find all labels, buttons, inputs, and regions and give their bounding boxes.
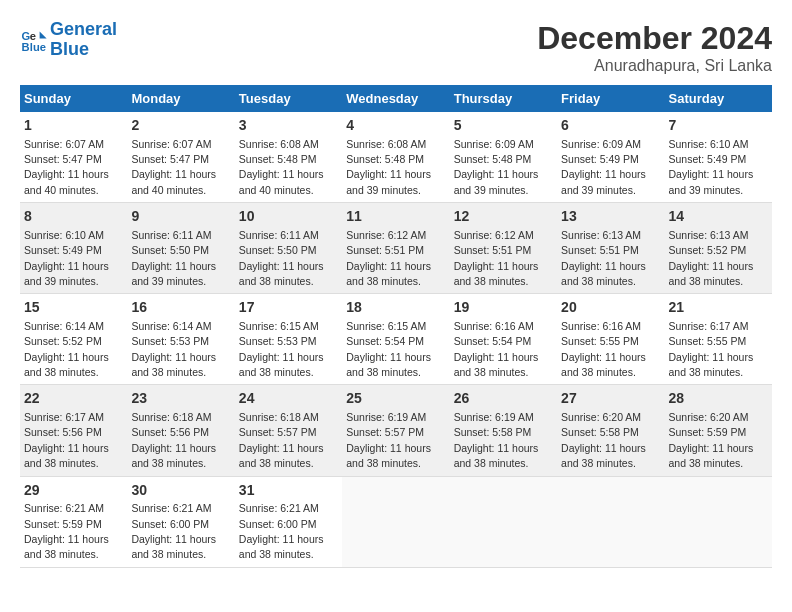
day-info: Sunrise: 6:20 AMSunset: 5:59 PMDaylight:…	[669, 411, 754, 469]
day-number: 20	[561, 298, 660, 318]
location-title: Anuradhapura, Sri Lanka	[537, 57, 772, 75]
calendar-week-row: 15 Sunrise: 6:14 AMSunset: 5:52 PMDaylig…	[20, 294, 772, 385]
calendar-week-row: 1 Sunrise: 6:07 AMSunset: 5:47 PMDayligh…	[20, 112, 772, 203]
calendar-header-row: Sunday Monday Tuesday Wednesday Thursday…	[20, 85, 772, 112]
day-number: 25	[346, 389, 445, 409]
day-number: 30	[131, 481, 230, 501]
calendar-day-cell: 20 Sunrise: 6:16 AMSunset: 5:55 PMDaylig…	[557, 294, 664, 385]
day-number: 22	[24, 389, 123, 409]
calendar-day-cell: 17 Sunrise: 6:15 AMSunset: 5:53 PMDaylig…	[235, 294, 342, 385]
calendar-day-cell: 23 Sunrise: 6:18 AMSunset: 5:56 PMDaylig…	[127, 385, 234, 476]
day-number: 12	[454, 207, 553, 227]
day-info: Sunrise: 6:20 AMSunset: 5:58 PMDaylight:…	[561, 411, 646, 469]
calendar-day-cell: 14 Sunrise: 6:13 AMSunset: 5:52 PMDaylig…	[665, 203, 772, 294]
svg-text:e: e	[30, 30, 36, 42]
day-info: Sunrise: 6:21 AMSunset: 5:59 PMDaylight:…	[24, 502, 109, 560]
day-number: 24	[239, 389, 338, 409]
empty-cell	[450, 476, 557, 567]
calendar-day-cell: 19 Sunrise: 6:16 AMSunset: 5:54 PMDaylig…	[450, 294, 557, 385]
calendar-day-cell: 9 Sunrise: 6:11 AMSunset: 5:50 PMDayligh…	[127, 203, 234, 294]
calendar-day-cell: 10 Sunrise: 6:11 AMSunset: 5:50 PMDaylig…	[235, 203, 342, 294]
calendar-day-cell: 24 Sunrise: 6:18 AMSunset: 5:57 PMDaylig…	[235, 385, 342, 476]
day-info: Sunrise: 6:18 AMSunset: 5:57 PMDaylight:…	[239, 411, 324, 469]
day-number: 28	[669, 389, 768, 409]
day-info: Sunrise: 6:21 AMSunset: 6:00 PMDaylight:…	[239, 502, 324, 560]
day-info: Sunrise: 6:19 AMSunset: 5:58 PMDaylight:…	[454, 411, 539, 469]
calendar-week-row: 29 Sunrise: 6:21 AMSunset: 5:59 PMDaylig…	[20, 476, 772, 567]
day-number: 8	[24, 207, 123, 227]
day-info: Sunrise: 6:09 AMSunset: 5:48 PMDaylight:…	[454, 138, 539, 196]
header-friday: Friday	[557, 85, 664, 112]
day-number: 13	[561, 207, 660, 227]
day-number: 3	[239, 116, 338, 136]
day-number: 6	[561, 116, 660, 136]
day-info: Sunrise: 6:21 AMSunset: 6:00 PMDaylight:…	[131, 502, 216, 560]
day-info: Sunrise: 6:07 AMSunset: 5:47 PMDaylight:…	[24, 138, 109, 196]
calendar-day-cell: 18 Sunrise: 6:15 AMSunset: 5:54 PMDaylig…	[342, 294, 449, 385]
page-header: G e B lue GeneralBlue December 2024 Anur…	[20, 20, 772, 75]
day-number: 26	[454, 389, 553, 409]
day-info: Sunrise: 6:17 AMSunset: 5:55 PMDaylight:…	[669, 320, 754, 378]
day-info: Sunrise: 6:12 AMSunset: 5:51 PMDaylight:…	[346, 229, 431, 287]
calendar-day-cell: 11 Sunrise: 6:12 AMSunset: 5:51 PMDaylig…	[342, 203, 449, 294]
calendar-day-cell: 4 Sunrise: 6:08 AMSunset: 5:48 PMDayligh…	[342, 112, 449, 203]
calendar-day-cell: 3 Sunrise: 6:08 AMSunset: 5:48 PMDayligh…	[235, 112, 342, 203]
day-number: 29	[24, 481, 123, 501]
header-sunday: Sunday	[20, 85, 127, 112]
calendar-day-cell: 22 Sunrise: 6:17 AMSunset: 5:56 PMDaylig…	[20, 385, 127, 476]
day-number: 15	[24, 298, 123, 318]
svg-text:lue: lue	[30, 41, 46, 53]
day-number: 31	[239, 481, 338, 501]
empty-cell	[557, 476, 664, 567]
day-info: Sunrise: 6:15 AMSunset: 5:54 PMDaylight:…	[346, 320, 431, 378]
day-number: 16	[131, 298, 230, 318]
day-info: Sunrise: 6:12 AMSunset: 5:51 PMDaylight:…	[454, 229, 539, 287]
day-number: 2	[131, 116, 230, 136]
day-info: Sunrise: 6:17 AMSunset: 5:56 PMDaylight:…	[24, 411, 109, 469]
day-number: 5	[454, 116, 553, 136]
empty-cell	[665, 476, 772, 567]
calendar-day-cell: 2 Sunrise: 6:07 AMSunset: 5:47 PMDayligh…	[127, 112, 234, 203]
svg-text:G: G	[21, 30, 30, 42]
day-number: 11	[346, 207, 445, 227]
calendar-day-cell: 26 Sunrise: 6:19 AMSunset: 5:58 PMDaylig…	[450, 385, 557, 476]
day-info: Sunrise: 6:18 AMSunset: 5:56 PMDaylight:…	[131, 411, 216, 469]
day-info: Sunrise: 6:07 AMSunset: 5:47 PMDaylight:…	[131, 138, 216, 196]
calendar-day-cell: 5 Sunrise: 6:09 AMSunset: 5:48 PMDayligh…	[450, 112, 557, 203]
calendar-day-cell: 1 Sunrise: 6:07 AMSunset: 5:47 PMDayligh…	[20, 112, 127, 203]
calendar-day-cell: 27 Sunrise: 6:20 AMSunset: 5:58 PMDaylig…	[557, 385, 664, 476]
calendar-day-cell: 31 Sunrise: 6:21 AMSunset: 6:00 PMDaylig…	[235, 476, 342, 567]
calendar-day-cell: 29 Sunrise: 6:21 AMSunset: 5:59 PMDaylig…	[20, 476, 127, 567]
calendar-day-cell: 21 Sunrise: 6:17 AMSunset: 5:55 PMDaylig…	[665, 294, 772, 385]
day-info: Sunrise: 6:10 AMSunset: 5:49 PMDaylight:…	[669, 138, 754, 196]
day-number: 7	[669, 116, 768, 136]
calendar-week-row: 8 Sunrise: 6:10 AMSunset: 5:49 PMDayligh…	[20, 203, 772, 294]
calendar-week-row: 22 Sunrise: 6:17 AMSunset: 5:56 PMDaylig…	[20, 385, 772, 476]
calendar-table: Sunday Monday Tuesday Wednesday Thursday…	[20, 85, 772, 568]
empty-cell	[342, 476, 449, 567]
day-info: Sunrise: 6:08 AMSunset: 5:48 PMDaylight:…	[239, 138, 324, 196]
day-number: 18	[346, 298, 445, 318]
day-info: Sunrise: 6:10 AMSunset: 5:49 PMDaylight:…	[24, 229, 109, 287]
title-block: December 2024 Anuradhapura, Sri Lanka	[537, 20, 772, 75]
calendar-day-cell: 25 Sunrise: 6:19 AMSunset: 5:57 PMDaylig…	[342, 385, 449, 476]
calendar-day-cell: 8 Sunrise: 6:10 AMSunset: 5:49 PMDayligh…	[20, 203, 127, 294]
header-saturday: Saturday	[665, 85, 772, 112]
day-number: 14	[669, 207, 768, 227]
logo-icon: G e B lue	[20, 26, 48, 54]
day-info: Sunrise: 6:09 AMSunset: 5:49 PMDaylight:…	[561, 138, 646, 196]
svg-text:B: B	[21, 41, 29, 53]
header-tuesday: Tuesday	[235, 85, 342, 112]
day-number: 23	[131, 389, 230, 409]
calendar-day-cell: 28 Sunrise: 6:20 AMSunset: 5:59 PMDaylig…	[665, 385, 772, 476]
day-info: Sunrise: 6:14 AMSunset: 5:52 PMDaylight:…	[24, 320, 109, 378]
day-info: Sunrise: 6:11 AMSunset: 5:50 PMDaylight:…	[131, 229, 216, 287]
day-info: Sunrise: 6:16 AMSunset: 5:55 PMDaylight:…	[561, 320, 646, 378]
day-info: Sunrise: 6:13 AMSunset: 5:51 PMDaylight:…	[561, 229, 646, 287]
calendar-day-cell: 30 Sunrise: 6:21 AMSunset: 6:00 PMDaylig…	[127, 476, 234, 567]
month-title: December 2024	[537, 20, 772, 57]
header-thursday: Thursday	[450, 85, 557, 112]
calendar-day-cell: 13 Sunrise: 6:13 AMSunset: 5:51 PMDaylig…	[557, 203, 664, 294]
day-number: 1	[24, 116, 123, 136]
day-number: 19	[454, 298, 553, 318]
